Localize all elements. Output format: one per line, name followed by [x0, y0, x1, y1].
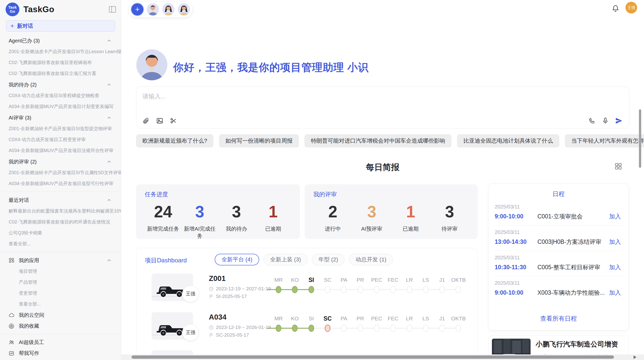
sidebar-item[interactable]: Z001-全新燃油轻卡产品开发项目SI节点属性5D文件评审	[0, 167, 121, 178]
news-title: 小鹏飞行汽车制造公司增资	[536, 340, 625, 349]
input-toolbar	[142, 117, 178, 125]
milestone-dot	[292, 325, 298, 332]
schedule-event-title: C005-整车工程目标评审	[537, 263, 608, 271]
sidebar-item[interactable]: C0X4-动力总成开发项目工程变更评审	[0, 134, 121, 145]
milestone-dot	[309, 325, 314, 332]
sidebar-item[interactable]: C0X4-动力总成开发项目SI里程碑提交物检查	[0, 90, 121, 101]
phone-icon[interactable]	[589, 117, 596, 125]
tab-model-year[interactable]: 年型 (2)	[312, 254, 345, 265]
sidebar-item-project-mgmt[interactable]: 项目管理	[0, 266, 121, 277]
sidebar-item-change-mgmt[interactable]: 变更管理	[0, 288, 121, 299]
tab-all-new-body[interactable]: 全新上装 (3)	[264, 254, 308, 265]
sidebar-item[interactable]: A034-全新新能源MUV产品开发项目计划变更表编写	[0, 101, 121, 112]
sidebar-item[interactable]: C02-飞腾新能源轻客改款项目的闭环通告反馈情况	[0, 217, 121, 228]
sidebar-collapse-icon[interactable]	[109, 6, 116, 13]
milestone-dot	[374, 286, 379, 293]
suggestion-chip[interactable]: 当下年轻人对汽车外观有怎样的喜好趋势	[565, 134, 644, 147]
milestone-dot	[325, 286, 330, 293]
project-flag: SI-2025-05-17	[209, 293, 271, 300]
sidebar-item-cloud-space[interactable]: 我的云空间	[0, 310, 121, 321]
schedule-event-title: C003|H0B-方案冻结评审	[537, 238, 608, 246]
chat-input[interactable]	[142, 91, 524, 101]
milestone-timeline: MR KO SI SC PA PR PEC FEC LR LS J1 OKTB	[270, 314, 467, 342]
section-header-my-review[interactable]: 我的评审 (2)	[0, 156, 121, 167]
milestone-dot	[309, 286, 314, 293]
sidebar-item[interactable]: Z001-全新燃油皮卡产品开发项目SI节点Lesson Learn报告	[0, 46, 121, 57]
microphone-icon[interactable]	[602, 117, 609, 125]
chevron-up-icon	[106, 115, 112, 121]
join-button[interactable]: 加入	[608, 213, 622, 220]
join-button[interactable]: 加入	[608, 263, 622, 271]
section-header-agent-done[interactable]: Agent已办 (3)	[0, 35, 121, 46]
notification-bell-icon[interactable]	[612, 5, 619, 12]
tab-powertrain-dev[interactable]: 动总开发 (1)	[349, 254, 393, 265]
avatar[interactable]	[178, 3, 190, 16]
schedule-list: 2025/03/11 9:00-10:00 C001-立项审批会 加入 2025…	[495, 200, 622, 302]
clock-icon	[209, 325, 214, 330]
send-icon[interactable]	[615, 117, 623, 125]
layout-grid-icon[interactable]	[614, 162, 622, 170]
sidebar-item-write-for-me[interactable]: 帮我写作	[0, 348, 121, 359]
milestone-dot	[341, 286, 347, 293]
sidebar-item[interactable]: C02-飞腾新能源轻客改款项目立项汇报方案	[0, 68, 121, 79]
horizontal-scrollbar-thumb[interactable]	[131, 355, 614, 359]
chevron-up-icon	[106, 258, 112, 263]
app-grid-icon	[9, 258, 14, 263]
user-avatar[interactable]: 王强	[625, 2, 637, 13]
project-row[interactable]: 王强 A034 2023-12-19 ~ 2026-01-19 SC-2025-…	[136, 311, 478, 349]
section-header-my-todo[interactable]: 我的待办 (2)	[0, 79, 121, 90]
sidebar-item[interactable]: C02-飞腾新能源轻客改款项目里程碑画布	[0, 57, 121, 68]
schedule-card: 日程 2025/03/11 9:00-10:00 C001-立项审批会 加入 2…	[488, 184, 629, 331]
sidebar-item-favorites[interactable]: 我的收藏	[0, 321, 121, 332]
view-all-schedule-link[interactable]: 查看所有日程	[489, 314, 628, 323]
project-code: A034	[209, 312, 271, 322]
sidebar-header: Task Go TaskGo	[0, 0, 121, 18]
project-row[interactable]: 王强 Z001 2023-12-19 ~ 2027-01-19 SI-2025-…	[136, 272, 478, 310]
milestone-dot	[439, 325, 445, 332]
sidebar-item[interactable]: 解释最新出台的欧盟报废车法规再生塑料比例被调至15%...	[0, 206, 121, 217]
suggestion-chip[interactable]: 比亚迪全固态电池计划具体说了什么	[457, 134, 559, 147]
new-chat-button[interactable]: + 新对话	[6, 20, 115, 32]
dashboard-title: 项目Dashboard	[145, 256, 187, 264]
sidebar-body: Agent已办 (3) Z001-全新燃油皮卡产品开发项目SI节点Lesson …	[0, 35, 121, 360]
vertical-scrollbar-thumb[interactable]	[639, 109, 641, 168]
avatar[interactable]	[162, 3, 174, 16]
image-icon[interactable]	[156, 117, 164, 125]
suggestion-chip[interactable]: 特朗普可能对进口汽车增税会对中国车企造成哪些影响	[304, 134, 451, 147]
sidebar-item[interactable]: A034-全新新能源MUV产品开发项目法规符合性评审	[0, 145, 121, 156]
project-dashboard-card: 项目Dashboard 全新平台 (4) 全新上装 (3) 年型 (2) 动总开…	[136, 248, 478, 360]
sidebar-item[interactable]: 公司Q3轻卡销量	[0, 228, 121, 238]
divider	[0, 192, 121, 192]
new-session-button[interactable]: +	[131, 3, 143, 16]
sidebar-item-creative-drawing[interactable]: 创意制图	[0, 359, 121, 360]
sidebar-item[interactable]: Z001-全新燃油轻卡产品开发项目SI造型提交物评审	[0, 123, 121, 134]
schedule-date: 2025/03/11	[495, 229, 622, 235]
card-title: 任务进度	[145, 190, 291, 198]
join-button[interactable]: 加入	[608, 238, 622, 246]
clock-icon	[209, 287, 214, 291]
suggestion-chip[interactable]: 如何写一份清晰的项目周报	[219, 134, 299, 147]
scissors-icon[interactable]	[170, 117, 178, 125]
join-button[interactable]: 加入	[608, 289, 622, 297]
section-header-recent-chats[interactable]: 最近对话	[0, 194, 121, 206]
milestone-dot	[439, 286, 445, 293]
sidebar-item-product-mgmt[interactable]: 产品管理	[0, 277, 121, 288]
tab-all-new-platform[interactable]: 全新平台 (4)	[215, 254, 259, 265]
suggestion-chip[interactable]: 欧洲新规最近颁布了什么?	[136, 134, 213, 147]
my-review-card: 我的评审 2 进行中 3 AI预评审 1 已逾期 3 待评审	[305, 184, 478, 239]
dashboard-tabs: 全新平台 (4) 全新上装 (3) 年型 (2) 动总开发 (1)	[215, 254, 393, 265]
sidebar-item-my-apps[interactable]: 我的应用	[0, 255, 121, 266]
milestone-dot	[456, 286, 461, 293]
sidebar-item-ai-employees[interactable]: AI超级员工	[0, 337, 121, 348]
schedule-item: 2025/03/11 9:00-10:00 C001-立项审批会 加入	[495, 200, 622, 226]
section-header-ai-review[interactable]: AI评审 (3)	[0, 112, 121, 123]
chevron-up-icon	[106, 38, 112, 43]
avatar[interactable]	[147, 3, 159, 16]
scroll-right-arrow-icon[interactable]	[634, 355, 636, 359]
sidebar-item[interactable]: A034-全新新能源MUV产品开发项目造型可行性评审	[0, 178, 121, 189]
view-all-chats[interactable]: 查看全部...	[0, 238, 121, 249]
greeting-text: 你好，王强，我是你的项目管理助理 小识	[173, 61, 369, 74]
view-all-apps[interactable]: 查看全部...	[0, 299, 121, 310]
chevron-up-icon	[106, 82, 112, 87]
attachment-icon[interactable]	[142, 117, 150, 125]
